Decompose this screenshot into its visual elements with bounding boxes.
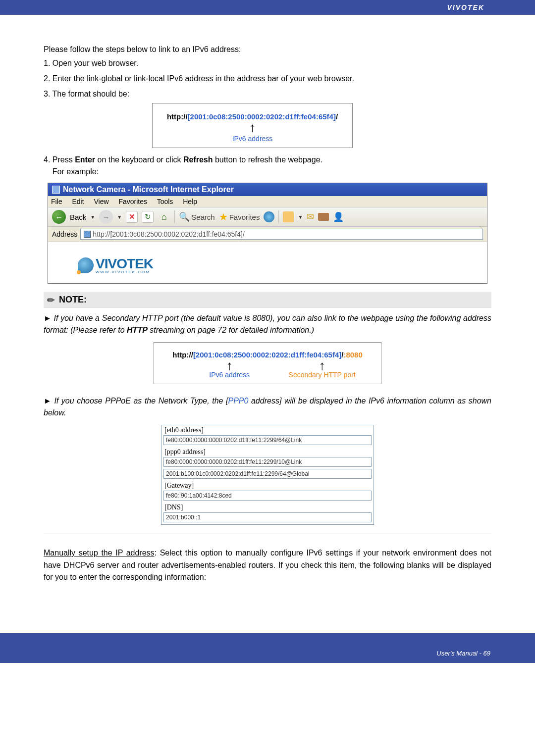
step-2: 2. Enter the link-global or link-local I… <box>44 73 491 85</box>
up-arrow-icon: ↑ <box>249 120 256 135</box>
back-dropdown-icon[interactable]: ▼ <box>90 214 95 220</box>
menu-help[interactable]: Help <box>183 198 197 205</box>
ie-address-bar: Address http://[2001:0c08:2500:0002:0202… <box>48 227 487 242</box>
mail-button-icon[interactable]: ✉ <box>307 211 314 222</box>
back-label[interactable]: Back <box>70 213 86 221</box>
refresh-button-icon[interactable]: ↻ <box>142 211 154 223</box>
url-caption-ipv6: IPv6 address <box>159 135 346 143</box>
note-1: ► If you have a Secondary HTTP port (the… <box>44 312 491 336</box>
ipv6-info-box: [eth0 address] fe80:0000:0000:0000:0202:… <box>161 425 374 525</box>
url-format-box-2: http://[2001:0c08:2500:0002:0202:d1ff:fe… <box>154 342 381 384</box>
toolbar-separator <box>174 210 175 223</box>
divider <box>44 534 491 534</box>
eth0-label: [eth0 address] <box>161 425 374 435</box>
note-2: ► If you choose PPPoE as the Network Typ… <box>44 395 491 419</box>
intro-text: Please follow the steps below to link to… <box>44 44 491 55</box>
url-line-2: http://[2001:0c08:2500:0002:0202:d1ff:fe… <box>160 351 375 359</box>
manual-setup-text: Manually setup the IP address: Select th… <box>44 547 491 584</box>
header-brand-bar: VIVOTEK <box>0 0 535 15</box>
step4-example: For example: <box>53 167 99 176</box>
url-format-box-1: http://[2001:0c08:2500:0002:0202:d1ff:fe… <box>152 103 353 148</box>
search-label: Search <box>191 213 215 221</box>
history-button-icon[interactable] <box>283 211 294 222</box>
url2-caption-ipv6: IPv6 address <box>209 371 250 379</box>
step4-enter: Enter <box>75 155 95 164</box>
url2-prefix: http:// <box>172 351 193 359</box>
back-button-icon[interactable]: ← <box>52 210 66 224</box>
dns-label: [DNS] <box>161 503 374 512</box>
gateway-field: fe80::90:1a00:4142:8ced <box>163 491 372 501</box>
note1-http: HTTP <box>127 326 148 334</box>
menu-file[interactable]: File <box>51 198 62 205</box>
hist-dropdown-icon[interactable]: ▼ <box>298 214 303 220</box>
address-label: Address <box>52 230 77 238</box>
footer-text: User's Manual - 69 <box>436 650 490 657</box>
menu-edit[interactable]: Edit <box>72 198 84 205</box>
step-4: 4. Press Enter on the keyboard or click … <box>44 154 491 178</box>
menu-view[interactable]: View <box>94 198 108 205</box>
ie-app-icon <box>52 186 60 194</box>
note-label: NOTE: <box>59 295 87 305</box>
dns-field: 2001:b000::1 <box>163 512 372 522</box>
vivotek-logo: VIVOTEK WWW.VIVOTEK.COM <box>78 256 153 274</box>
page-content: Please follow the steps below to link to… <box>0 15 535 613</box>
up-arrow-icon-2: ↑ <box>226 361 233 370</box>
brand-text: VIVOTEK <box>441 0 490 14</box>
logo-arc-icon <box>78 257 94 273</box>
step4-part-c: button to refresh the webpage. <box>213 155 322 164</box>
url2-caption-port: Secondary HTTP port <box>289 371 356 379</box>
ie-title-text: Network Camera - Microsoft Internet Expl… <box>63 185 234 194</box>
step4-refresh: Refresh <box>183 155 213 164</box>
url-suffix: / <box>336 112 338 121</box>
ppp0-field-1: fe80:0000:0000:0000:0202:d1ff:fe11:2299/… <box>163 457 372 467</box>
step4-part-a: 4. Press <box>44 155 75 164</box>
search-icon: 🔍 <box>179 211 190 222</box>
page-footer: User's Manual - 69 <box>0 633 535 663</box>
favorites-button[interactable]: ★Favorites <box>219 211 260 223</box>
menu-favorites[interactable]: Favorites <box>118 198 147 205</box>
manual-underline: Manually setup the IP address <box>44 549 155 557</box>
pencil-icon: ✎ <box>45 294 57 306</box>
gateway-label: [Gateway] <box>161 481 374 491</box>
url-prefix: http:// <box>167 112 188 121</box>
ppp0-field-2: 2001:b100:01c0:0002:0202:d1ff:fe11:2299/… <box>163 469 372 479</box>
note1-b: streaming on page 72 for detailed inform… <box>148 326 314 334</box>
note2-ppp0: PPP0 <box>228 397 249 405</box>
url2-port: :8080 <box>343 351 362 359</box>
edit-button-icon[interactable] <box>318 213 329 221</box>
media-button-icon[interactable] <box>264 211 274 222</box>
step-3: 3. The format should be: <box>44 88 491 101</box>
address-input[interactable]: http://[2001:0c08:2500:0002:0202:d1ff:fe… <box>80 229 483 240</box>
logo-subtext: WWW.VIVOTEK.COM <box>96 270 153 274</box>
ppp0-label: [ppp0 address] <box>161 447 374 457</box>
step-1: 1. Open your web browser. <box>44 57 491 70</box>
forward-button-icon[interactable]: → <box>99 210 113 224</box>
step4-part-b: on the keyboard or click <box>95 155 183 164</box>
address-value: http://[2001:0c08:2500:0002:0202:d1ff:fe… <box>93 230 244 238</box>
stop-button-icon[interactable]: ✕ <box>126 211 138 223</box>
up-arrow-icon-3: ↑ <box>319 361 325 370</box>
menu-tools[interactable]: Tools <box>157 198 173 205</box>
messenger-button-icon[interactable]: 👤 <box>333 211 344 222</box>
page-icon <box>84 231 91 238</box>
note2-a: ► If you choose PPPoE as the Network Typ… <box>44 397 228 405</box>
note-heading: ✎ NOTE: <box>44 293 491 307</box>
star-icon: ★ <box>219 211 228 223</box>
fwd-dropdown-icon[interactable]: ▼ <box>117 214 122 220</box>
ie-window-screenshot: Network Camera - Microsoft Internet Expl… <box>48 183 487 284</box>
eth0-field: fe80:0000:0000:0000:0202:d1ff:fe11:2299/… <box>163 435 372 445</box>
ie-menubar: File Edit View Favorites Tools Help <box>48 196 487 207</box>
ie-toolbar: ← Back ▼ → ▼ ✕ ↻ ⌂ 🔍Search ★Favorites ▼ … <box>48 207 487 227</box>
home-button-icon[interactable]: ⌂ <box>158 210 170 223</box>
ie-titlebar: Network Camera - Microsoft Internet Expl… <box>48 183 487 196</box>
url-ipv6: [2001:0c08:2500:0002:0202:d1ff:fe04:65f4… <box>188 112 336 121</box>
toolbar-separator-2 <box>278 210 279 223</box>
ie-content-area: VIVOTEK WWW.VIVOTEK.COM <box>48 242 487 283</box>
favorites-label: Favorites <box>229 213 260 221</box>
search-button[interactable]: 🔍Search <box>179 211 215 222</box>
